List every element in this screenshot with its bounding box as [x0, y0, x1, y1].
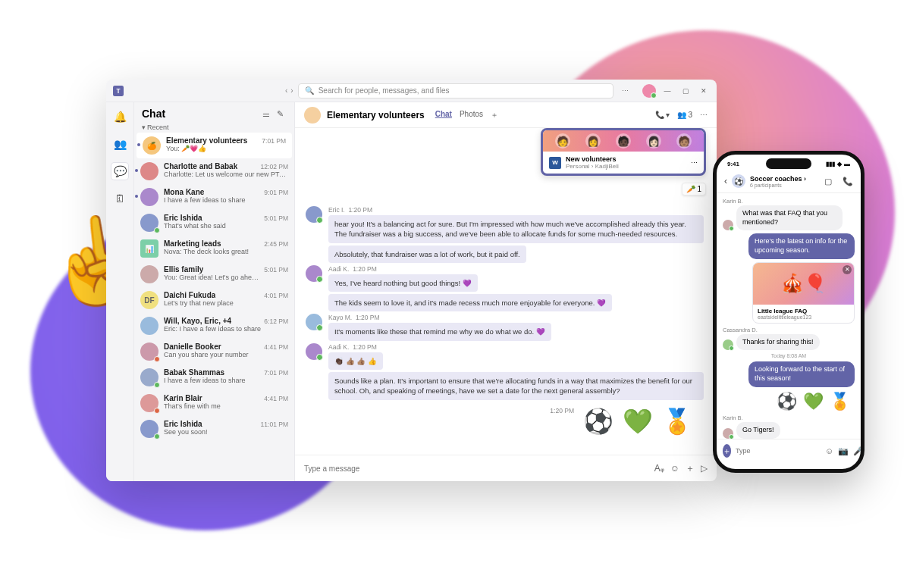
message-list[interactable]: 🧑 👩 🧑🏿 👩🏻 🧑🏽 W New volunteers Personal ›…: [295, 128, 717, 455]
chat-preview: Let's try that new place: [164, 299, 288, 307]
avatar: [140, 188, 158, 206]
more-icon[interactable]: ⋯: [618, 86, 632, 96]
emoji-picker-icon[interactable]: ☺: [670, 463, 679, 474]
minimize-button[interactable]: —: [661, 86, 674, 96]
chat-list-item[interactable]: 🍊Elementary volunteers7:01 PMYou: 🥕💗👍: [136, 133, 292, 158]
message-bubble[interactable]: Go Tigers!: [736, 422, 780, 439]
reaction-badge[interactable]: 🥕 1: [682, 183, 706, 195]
message-bubble[interactable]: Looking forward to the start of this sea…: [748, 361, 855, 386]
more-options-icon[interactable]: ⋯: [700, 111, 708, 119]
new-chat-icon[interactable]: ✎: [273, 107, 287, 120]
mic-icon[interactable]: 🎤: [853, 446, 864, 456]
chat-time: 11:01 PM: [261, 421, 288, 428]
heart-emoji: 💚: [803, 392, 824, 411]
profile-avatar[interactable]: [642, 84, 656, 98]
camera-icon[interactable]: 📷: [838, 446, 849, 456]
chat-list-item[interactable]: Karin Blair4:41 PMThat's fine with me: [134, 390, 294, 416]
message-group: Eric I. 1:20 PMhear you! It's a balancin…: [306, 206, 706, 263]
message-group: Aadi K. 1:20 PMYes, I've heard nothing b…: [306, 265, 706, 312]
chat-preview: Can you share your number: [164, 351, 288, 358]
tab-add[interactable]: ＋: [491, 110, 498, 120]
chat-list-item[interactable]: Ellis family5:01 PMYou: Great idea! Let'…: [134, 261, 294, 287]
chat-list-item[interactable]: Eric Ishida5:01 PMThat's what she said: [134, 210, 294, 236]
emoji-icon[interactable]: ☺: [825, 446, 833, 455]
chat-name: Danielle Booker: [164, 342, 221, 351]
nav-back-icon[interactable]: ‹: [285, 86, 287, 95]
chat-list-item[interactable]: DFDaichi Fukuda4:01 PMLet's try that new…: [134, 287, 294, 313]
chat-list-item[interactable]: Eric Ishida11:01 PMSee you soon!: [134, 416, 294, 442]
message-meta: Kayo M. 1:20 PM: [328, 314, 706, 321]
message-bubble[interactable]: hear you! It's a balancing act for sure.…: [328, 215, 704, 243]
phone-chat-title[interactable]: Soccer coaches ›: [750, 175, 820, 183]
sender-label: Cassandra D.: [723, 327, 855, 333]
message-bubble[interactable]: 👏🏿 👍🏽 👍🏽 👍: [328, 352, 383, 370]
sender-label: Karin B.: [723, 198, 855, 205]
chat-name: Babak Shammas: [164, 368, 224, 377]
status-time: 9:41: [727, 161, 739, 167]
message-bubble[interactable]: Yes, I've heard nothing but good things!…: [328, 274, 478, 292]
message-bubble[interactable]: What was that FAQ that you mentioned?: [736, 205, 843, 230]
video-call-icon[interactable]: ▢: [824, 177, 832, 186]
people-button[interactable]: 👥 3: [677, 111, 692, 119]
format-icon[interactable]: Aᵩ: [654, 463, 664, 474]
file-more-icon[interactable]: ⋯: [691, 159, 698, 167]
shared-file-card[interactable]: 🧑 👩 🧑🏿 👩🏻 🧑🏽 W New volunteers Personal ›…: [541, 128, 706, 176]
nav-forward-icon[interactable]: ›: [290, 86, 293, 95]
tab-chat[interactable]: Chat: [435, 110, 452, 120]
chat-preview: I have a few ideas to share: [164, 377, 288, 384]
audio-call-icon[interactable]: 📞: [843, 177, 853, 186]
teams-logo-icon: T: [112, 85, 124, 97]
battery-icon: ▬: [844, 161, 850, 167]
chat-preview: See you soon!: [164, 428, 288, 436]
group-avatar: ⚽: [732, 174, 745, 188]
message-bubble[interactable]: It's moments like these that remind me w…: [328, 323, 551, 340]
maximize-button[interactable]: ▢: [679, 86, 692, 96]
avatar-icon: 👩: [585, 133, 601, 149]
avatar: [306, 206, 322, 223]
dismiss-icon[interactable]: ✕: [843, 265, 852, 274]
chat-name: Daichi Fukuda: [164, 291, 215, 299]
filter-icon[interactable]: ⚌: [259, 107, 273, 120]
attach-button[interactable]: ＋: [723, 444, 731, 458]
message-bubble[interactable]: Absolutely, that fundraiser was a lot of…: [328, 246, 526, 263]
message-input[interactable]: [304, 464, 648, 473]
attach-icon[interactable]: ＋: [686, 462, 695, 475]
chat-list-item[interactable]: Will, Kayo, Eric, +46:12 PMEric: I have …: [134, 313, 294, 339]
chat-list-item[interactable]: Mona Kane9:01 PMI have a few ideas to sh…: [134, 184, 294, 210]
message-group: Aadi K. 1:20 PM👏🏿 👍🏽 👍🏽 👍Sounds like a p…: [306, 343, 706, 400]
chat-time: 7:01 PM: [264, 369, 288, 377]
conversation-header: Elementary volunteers Chat Photos ＋ 📞 ▾ …: [295, 102, 717, 128]
message-bubble[interactable]: Here's the latest on info for the upcomi…: [748, 233, 855, 258]
chat-list-item[interactable]: Babak Shammas7:01 PMI have a few ideas t…: [134, 364, 294, 390]
rail-community-icon[interactable]: 👥: [111, 136, 128, 152]
send-icon[interactable]: ▷: [701, 463, 708, 474]
rail-calendar-icon[interactable]: 🗓: [111, 190, 128, 207]
section-recent[interactable]: ▾ Recent: [134, 122, 294, 133]
close-button[interactable]: ✕: [697, 86, 711, 96]
rail-activity-icon[interactable]: 🔔: [111, 108, 128, 125]
avatar: [723, 428, 733, 439]
message-bubble[interactable]: Sounds like a plan. It's important to en…: [328, 372, 704, 400]
avatar: [723, 220, 733, 230]
avatar-icon: 🧑🏽: [676, 133, 692, 149]
unread-dot: [135, 195, 138, 198]
tab-photos[interactable]: Photos: [460, 110, 483, 120]
chat-time: 4:41 PM: [264, 395, 288, 402]
back-icon[interactable]: ‹: [724, 176, 727, 186]
phone-message-list[interactable]: Karin B. What was that FAQ that you ment…: [717, 193, 861, 439]
rail-chat-icon[interactable]: 💬: [111, 163, 128, 180]
avatar-icon: 🧑: [555, 133, 570, 149]
chat-list-item[interactable]: Charlotte and Babak12:02 PMCharlotte: Le…: [134, 158, 294, 184]
message-bubble[interactable]: Thanks for sharing this!: [736, 334, 820, 351]
link-preview-card[interactable]: 🎪🎈✕ Little league FAQ eastsidelittleleag…: [752, 262, 855, 324]
call-button[interactable]: 📞 ▾: [655, 111, 670, 119]
message-bubble[interactable]: The kids seem to love it, and it's made …: [328, 294, 612, 311]
sender-label: Karin B.: [723, 414, 855, 421]
chat-name: Elementary volunteers: [166, 136, 247, 145]
search-bar[interactable]: 🔍 Search for people, messages, and files: [298, 83, 613, 99]
chat-list-item[interactable]: 📊Marketing leads2:45 PMNova: The deck lo…: [134, 236, 294, 261]
chat-list-item[interactable]: Danielle Booker4:41 PMCan you share your…: [134, 339, 294, 364]
card-title: Little league FAQ: [758, 308, 849, 314]
phone-message-input[interactable]: [736, 447, 821, 455]
avatar: [140, 368, 158, 386]
